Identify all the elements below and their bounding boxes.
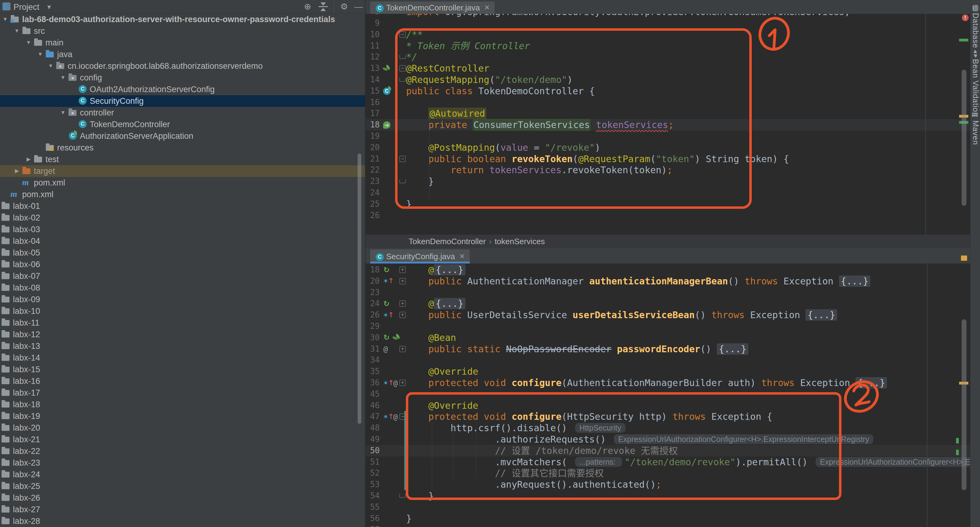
tab-tokendemocontroller[interactable]: C TokenDemoController.java ✕	[370, 2, 495, 14]
tree-item-labx-04[interactable]: labx-04	[0, 235, 365, 247]
tree-item-pom-xml[interactable]: mpom.xml	[0, 177, 365, 189]
tree-item-labx-18[interactable]: labx-18	[0, 398, 365, 410]
database-icon[interactable]	[973, 5, 978, 11]
chevron-collapsed-icon[interactable]: ▶	[25, 154, 33, 165]
tree-item-tokendemocontroller[interactable]: CTokenDemoController	[0, 119, 365, 130]
tree-item-labx-24[interactable]: labx-24	[0, 469, 365, 480]
close-icon[interactable]: ✕	[459, 252, 465, 260]
tree-item-labx-17[interactable]: labx-17	[0, 387, 365, 398]
autowire-icon[interactable]	[383, 121, 391, 129]
close-icon[interactable]: ✕	[484, 4, 490, 12]
tree-item-java[interactable]: ▼java	[0, 49, 365, 60]
maven-icon[interactable]: m	[972, 110, 978, 119]
tree-item-labx-01[interactable]: labx-01	[0, 200, 365, 212]
tree-item-labx-22[interactable]: labx-22	[0, 445, 365, 457]
folder-icon	[1, 261, 10, 268]
fold-marker-icon[interactable]: +	[399, 267, 406, 273]
token: UserDetailsService	[467, 310, 573, 320]
tree-item-labx-03[interactable]: labx-03	[0, 224, 365, 235]
spring-bean-icon[interactable]	[393, 333, 401, 342]
fold-marker-icon[interactable]: +	[399, 312, 406, 318]
tool-button-bean-validation[interactable]: Bean Validation	[971, 59, 980, 117]
override-up-icon[interactable]	[383, 413, 391, 421]
tree-item-src[interactable]: ▼src	[0, 25, 365, 37]
fold-marker-icon[interactable]	[399, 78, 406, 82]
editor2-code[interactable]: 18+@{...}20+public AuthenticationManager…	[366, 264, 970, 527]
boot-class-icon[interactable]	[383, 87, 391, 95]
tree-item-controller[interactable]: ▼controller	[0, 107, 365, 119]
tree-item-labx-05[interactable]: labx-05	[0, 247, 365, 259]
chevron-expanded-icon[interactable]: ▼	[59, 107, 67, 119]
chevron-collapsed-icon[interactable]: ▶	[13, 165, 21, 177]
project-tree-scrollbar[interactable]	[358, 154, 361, 424]
fold-marker-icon[interactable]: −	[399, 65, 406, 71]
tree-item-labx-25[interactable]: labx-25	[0, 480, 365, 492]
tree-item-labx-07[interactable]: labx-07	[0, 270, 365, 282]
breadcrumb-item[interactable]: TokenDemoController	[409, 237, 486, 246]
fold-marker-icon[interactable]: +	[399, 379, 406, 386]
tree-item-test[interactable]: ▶test	[0, 154, 365, 165]
override-up-icon[interactable]	[383, 379, 391, 387]
override-up-icon[interactable]	[383, 277, 391, 285]
chevron-expanded-icon[interactable]: ▼	[1, 14, 9, 25]
override-arrows-icon[interactable]	[383, 266, 391, 274]
tree-item-labx-16[interactable]: labx-16	[0, 375, 365, 387]
tree-item-pom-xml[interactable]: mpom.xml	[0, 189, 365, 200]
tree-item-resources[interactable]: resources	[0, 142, 365, 154]
tree-item-labx-12[interactable]: labx-12	[0, 329, 365, 340]
line-number: 25	[366, 198, 380, 210]
editor-scrollbar[interactable]	[962, 70, 966, 206]
tree-item-labx-26[interactable]: labx-26	[0, 492, 365, 504]
fold-marker-icon[interactable]	[399, 494, 406, 498]
chevron-expanded-icon[interactable]: ▼	[36, 49, 44, 60]
tree-item-labx-02[interactable]: labx-02	[0, 212, 365, 224]
tree-item-label: labx-16	[13, 375, 40, 387]
tree-item-labx-19[interactable]: labx-19	[0, 410, 365, 422]
breadcrumb-item[interactable]: tokenServices	[495, 237, 545, 246]
fold-marker-icon[interactable]: +	[399, 300, 406, 307]
tree-item-securityconfig[interactable]: CSecurityConfig	[0, 95, 365, 107]
tree-item-labx-21[interactable]: labx-21	[0, 433, 365, 445]
fold-marker-icon[interactable]: −	[399, 31, 406, 38]
fold-marker-icon[interactable]: +	[399, 278, 406, 284]
tree-item-target[interactable]: ▶target	[0, 165, 365, 177]
override-arrows-icon[interactable]	[383, 333, 391, 342]
chevron-expanded-icon[interactable]: ▼	[59, 72, 67, 84]
editor1-code[interactable]: 8import org.springframework.security.oau…	[366, 14, 970, 234]
chevron-expanded-icon[interactable]: ▼	[47, 60, 55, 72]
tree-item-labx-20[interactable]: labx-20	[0, 422, 365, 433]
chevron-expanded-icon[interactable]: ▼	[13, 25, 21, 37]
tab-securityconfig[interactable]: C SecurityConfig.java ✕	[370, 249, 470, 264]
tool-button-maven[interactable]: Maven	[971, 121, 980, 145]
tree-item-oauth2authorizationserverconfig[interactable]: COAuth2AuthorizationServerConfig	[0, 84, 365, 95]
fold-marker-icon[interactable]: +	[399, 346, 406, 352]
editor-scrollbar[interactable]	[962, 319, 966, 490]
tree-item-labx-23[interactable]: labx-23	[0, 457, 365, 469]
tree-item-labx-13[interactable]: labx-13	[0, 340, 365, 352]
code-text: }	[406, 198, 412, 210]
fold-marker-icon[interactable]: −	[399, 156, 406, 162]
fold-marker-icon[interactable]	[399, 55, 406, 59]
tree-item-cn-iocoder-springboot-lab68-authorizatio[interactable]: ▼cn.iocoder.springboot.lab68.authorizati…	[0, 60, 365, 72]
tree-item-labx-11[interactable]: labx-11	[0, 317, 365, 329]
fold-marker-icon[interactable]	[399, 179, 406, 183]
tree-item-labx-15[interactable]: labx-15	[0, 364, 365, 375]
tree-item-labx-27[interactable]: labx-27	[0, 504, 365, 515]
override-arrows-icon[interactable]	[383, 300, 391, 308]
override-up-icon[interactable]	[383, 311, 391, 319]
tree-item-labx-08[interactable]: labx-08	[0, 282, 365, 294]
tree-item-lab-68-demo03-authorization-server-with-[interactable]: ▼lab-68-demo03-authorization-server-with…	[0, 14, 365, 25]
tree-item-labx-14[interactable]: labx-14	[0, 352, 365, 364]
tree-item-labx-10[interactable]: labx-10	[0, 305, 365, 317]
chevron-expanded-icon[interactable]: ▼	[25, 37, 33, 49]
at-icon[interactable]	[383, 344, 391, 353]
spring-bean-icon[interactable]	[383, 64, 391, 73]
tree-item-labx-28[interactable]: labx-28	[0, 515, 365, 527]
tree-item-labx-09[interactable]: labx-09	[0, 294, 365, 305]
tree-item-authorizationserverapplication[interactable]: CAuthorizationServerApplication	[0, 130, 365, 142]
tree-item-labx-06[interactable]: labx-06	[0, 259, 365, 270]
tool-button-database[interactable]: Database	[971, 13, 980, 48]
tree-item-config[interactable]: ▼config	[0, 72, 365, 84]
bean-validation-icon[interactable]	[971, 50, 979, 57]
tree-item-main[interactable]: ▼main	[0, 37, 365, 49]
